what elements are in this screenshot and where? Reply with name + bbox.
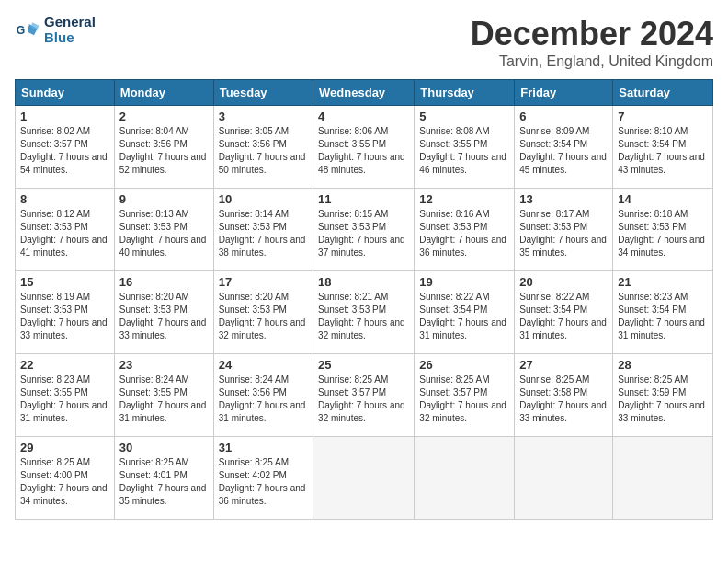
calendar-table: SundayMondayTuesdayWednesdayThursdayFrid… xyxy=(15,79,713,520)
day-number: 6 xyxy=(519,109,608,123)
day-number: 26 xyxy=(419,358,509,372)
day-detail: Sunrise: 8:16 AM Sunset: 3:53 PM Dayligh… xyxy=(419,208,509,259)
day-detail: Sunrise: 8:14 AM Sunset: 3:53 PM Dayligh… xyxy=(219,208,308,259)
calendar-cell: 25 Sunrise: 8:25 AM Sunset: 3:57 PM Dayl… xyxy=(313,354,415,437)
day-number: 14 xyxy=(618,192,708,206)
calendar-cell: 6 Sunrise: 8:09 AM Sunset: 3:54 PM Dayli… xyxy=(515,106,613,189)
calendar-cell: 17 Sunrise: 8:20 AM Sunset: 3:53 PM Dayl… xyxy=(213,271,313,354)
day-detail: Sunrise: 8:15 AM Sunset: 3:53 PM Dayligh… xyxy=(318,208,409,259)
day-detail: Sunrise: 8:05 AM Sunset: 3:56 PM Dayligh… xyxy=(219,125,308,177)
calendar-cell xyxy=(415,437,515,520)
day-detail: Sunrise: 8:20 AM Sunset: 3:53 PM Dayligh… xyxy=(119,291,209,342)
day-number: 21 xyxy=(618,275,708,289)
day-number: 17 xyxy=(219,275,308,289)
day-detail: Sunrise: 8:25 AM Sunset: 4:02 PM Dayligh… xyxy=(219,456,308,508)
day-detail: Sunrise: 8:10 AM Sunset: 3:54 PM Dayligh… xyxy=(618,125,708,177)
day-detail: Sunrise: 8:25 AM Sunset: 3:58 PM Dayligh… xyxy=(519,373,608,425)
calendar-cell: 1 Sunrise: 8:02 AM Sunset: 3:57 PM Dayli… xyxy=(16,106,115,189)
calendar-cell: 13 Sunrise: 8:17 AM Sunset: 3:53 PM Dayl… xyxy=(515,189,613,271)
day-number: 23 xyxy=(119,358,209,372)
day-number: 2 xyxy=(119,109,209,123)
day-number: 9 xyxy=(119,192,209,206)
month-title: December 2024 xyxy=(471,15,713,53)
column-header-friday: Friday xyxy=(515,80,613,106)
day-detail: Sunrise: 8:20 AM Sunset: 3:53 PM Dayligh… xyxy=(219,291,308,342)
calendar-cell: 26 Sunrise: 8:25 AM Sunset: 3:57 PM Dayl… xyxy=(415,354,515,437)
calendar-cell xyxy=(515,437,613,520)
calendar-cell: 21 Sunrise: 8:23 AM Sunset: 3:54 PM Dayl… xyxy=(613,271,713,354)
logo-text-top: General xyxy=(44,15,96,30)
day-detail: Sunrise: 8:08 AM Sunset: 3:55 PM Dayligh… xyxy=(419,125,509,177)
day-detail: Sunrise: 8:04 AM Sunset: 3:56 PM Dayligh… xyxy=(119,125,209,177)
column-header-monday: Monday xyxy=(114,80,213,106)
calendar-cell: 10 Sunrise: 8:14 AM Sunset: 3:53 PM Dayl… xyxy=(213,189,313,271)
column-header-tuesday: Tuesday xyxy=(213,80,313,106)
day-detail: Sunrise: 8:22 AM Sunset: 3:54 PM Dayligh… xyxy=(419,291,509,342)
day-number: 31 xyxy=(219,441,308,454)
day-detail: Sunrise: 8:21 AM Sunset: 3:53 PM Dayligh… xyxy=(318,291,409,342)
day-detail: Sunrise: 8:24 AM Sunset: 3:56 PM Dayligh… xyxy=(219,373,308,425)
calendar-cell: 11 Sunrise: 8:15 AM Sunset: 3:53 PM Dayl… xyxy=(313,189,415,271)
day-number: 11 xyxy=(318,192,409,206)
calendar-cell xyxy=(613,437,713,520)
day-number: 1 xyxy=(20,109,109,123)
day-number: 27 xyxy=(519,358,608,372)
day-number: 4 xyxy=(318,109,409,123)
day-number: 10 xyxy=(219,192,308,206)
calendar-cell: 20 Sunrise: 8:22 AM Sunset: 3:54 PM Dayl… xyxy=(515,271,613,354)
day-number: 29 xyxy=(20,441,109,454)
day-number: 16 xyxy=(119,275,209,289)
day-number: 28 xyxy=(618,358,708,372)
column-header-thursday: Thursday xyxy=(415,80,515,106)
day-detail: Sunrise: 8:25 AM Sunset: 3:59 PM Dayligh… xyxy=(618,373,708,425)
day-number: 25 xyxy=(318,358,409,372)
day-detail: Sunrise: 8:23 AM Sunset: 3:54 PM Dayligh… xyxy=(618,291,708,342)
calendar-cell: 28 Sunrise: 8:25 AM Sunset: 3:59 PM Dayl… xyxy=(613,354,713,437)
calendar-cell: 15 Sunrise: 8:19 AM Sunset: 3:53 PM Dayl… xyxy=(16,271,115,354)
day-number: 18 xyxy=(318,275,409,289)
calendar-cell: 29 Sunrise: 8:25 AM Sunset: 4:00 PM Dayl… xyxy=(16,437,115,520)
day-number: 7 xyxy=(618,109,708,123)
day-detail: Sunrise: 8:12 AM Sunset: 3:53 PM Dayligh… xyxy=(20,208,109,259)
day-detail: Sunrise: 8:25 AM Sunset: 4:00 PM Dayligh… xyxy=(20,456,109,508)
logo-text-bottom: Blue xyxy=(44,30,96,46)
column-header-saturday: Saturday xyxy=(613,80,713,106)
day-detail: Sunrise: 8:13 AM Sunset: 3:53 PM Dayligh… xyxy=(119,208,209,259)
day-number: 22 xyxy=(20,358,109,372)
day-number: 19 xyxy=(419,275,509,289)
day-number: 20 xyxy=(519,275,608,289)
column-header-wednesday: Wednesday xyxy=(313,80,415,106)
day-detail: Sunrise: 8:23 AM Sunset: 3:55 PM Dayligh… xyxy=(20,373,109,425)
calendar-cell: 2 Sunrise: 8:04 AM Sunset: 3:56 PM Dayli… xyxy=(114,106,213,189)
calendar-cell: 24 Sunrise: 8:24 AM Sunset: 3:56 PM Dayl… xyxy=(213,354,313,437)
calendar-cell: 19 Sunrise: 8:22 AM Sunset: 3:54 PM Dayl… xyxy=(415,271,515,354)
day-number: 15 xyxy=(20,275,109,289)
calendar-cell: 8 Sunrise: 8:12 AM Sunset: 3:53 PM Dayli… xyxy=(16,189,115,271)
calendar-cell: 4 Sunrise: 8:06 AM Sunset: 3:55 PM Dayli… xyxy=(313,106,415,189)
calendar-cell: 14 Sunrise: 8:18 AM Sunset: 3:53 PM Dayl… xyxy=(613,189,713,271)
day-detail: Sunrise: 8:09 AM Sunset: 3:54 PM Dayligh… xyxy=(519,125,608,177)
calendar-cell: 22 Sunrise: 8:23 AM Sunset: 3:55 PM Dayl… xyxy=(16,354,115,437)
page-header: G General Blue December 2024 Tarvin, Eng… xyxy=(15,15,713,70)
day-number: 5 xyxy=(419,109,509,123)
title-block: December 2024 Tarvin, England, United Ki… xyxy=(471,15,713,70)
location-text: Tarvin, England, United Kingdom xyxy=(471,53,713,70)
calendar-cell xyxy=(313,437,415,520)
svg-text:G: G xyxy=(17,23,26,36)
day-number: 3 xyxy=(219,109,308,123)
day-number: 8 xyxy=(20,192,109,206)
day-detail: Sunrise: 8:19 AM Sunset: 3:53 PM Dayligh… xyxy=(20,291,109,342)
day-detail: Sunrise: 8:06 AM Sunset: 3:55 PM Dayligh… xyxy=(318,125,409,177)
day-number: 24 xyxy=(219,358,308,372)
day-detail: Sunrise: 8:25 AM Sunset: 3:57 PM Dayligh… xyxy=(318,373,409,425)
day-detail: Sunrise: 8:22 AM Sunset: 3:54 PM Dayligh… xyxy=(519,291,608,342)
calendar-cell: 5 Sunrise: 8:08 AM Sunset: 3:55 PM Dayli… xyxy=(415,106,515,189)
day-detail: Sunrise: 8:02 AM Sunset: 3:57 PM Dayligh… xyxy=(20,125,109,177)
calendar-cell: 16 Sunrise: 8:20 AM Sunset: 3:53 PM Dayl… xyxy=(114,271,213,354)
day-detail: Sunrise: 8:18 AM Sunset: 3:53 PM Dayligh… xyxy=(618,208,708,259)
column-header-sunday: Sunday xyxy=(16,80,115,106)
logo: G General Blue xyxy=(15,15,96,45)
day-number: 13 xyxy=(519,192,608,206)
day-detail: Sunrise: 8:25 AM Sunset: 3:57 PM Dayligh… xyxy=(419,373,509,425)
calendar-cell: 27 Sunrise: 8:25 AM Sunset: 3:58 PM Dayl… xyxy=(515,354,613,437)
